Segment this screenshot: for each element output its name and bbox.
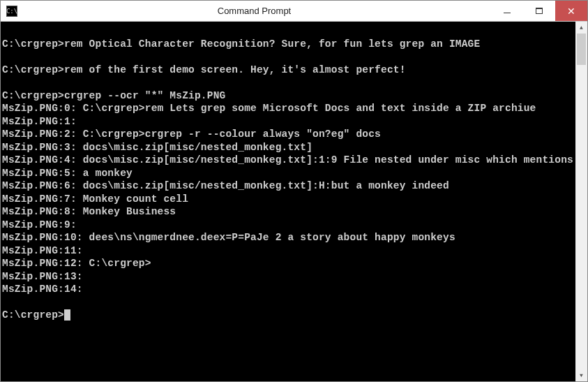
maximize-icon [536, 8, 543, 14]
terminal-line [2, 296, 574, 309]
terminal-line [2, 76, 574, 89]
minimize-button[interactable] [491, 1, 523, 21]
close-button[interactable]: ✕ [555, 1, 587, 21]
window-controls: ✕ [491, 1, 587, 21]
terminal-line: MsZip.PNG:3: docs\misc.zip[misc/nested_m… [2, 141, 574, 154]
terminal-line [2, 50, 574, 64]
scroll-track[interactable] [575, 34, 587, 369]
terminal-line: MsZip.PNG:10: dees\ns\ngmerdnee.deex=P=P… [2, 231, 574, 244]
terminal-line: MsZip.PNG:14: [2, 283, 574, 296]
terminal-line: MsZip.PNG:5: a monkey [2, 167, 574, 180]
terminal-line: C:\crgrep>rem of the first demo screen. … [2, 64, 574, 77]
command-prompt-window: C:\ Command Prompt ✕ C:\crgrep>rem Optic… [0, 0, 588, 382]
titlebar[interactable]: C:\ Command Prompt ✕ [1, 1, 587, 22]
terminal-line: C:\crgrep>crgrep --ocr "*" MsZip.PNG [2, 89, 574, 103]
terminal-output[interactable]: C:\crgrep>rem Optical Character Recognit… [1, 22, 575, 381]
scrollbar[interactable]: ▲ ▼ [575, 22, 587, 381]
terminal-line: C:\crgrep> [2, 309, 574, 322]
terminal-line: MsZip.PNG:13: [2, 270, 574, 284]
terminal-line: MsZip.PNG:9: [2, 219, 574, 232]
cursor [64, 309, 70, 321]
app-icon: C:\ [6, 6, 17, 17]
scroll-up-arrow[interactable]: ▲ [575, 22, 587, 34]
terminal-line: MsZip.PNG:8: Monkey Business [2, 205, 574, 219]
terminal-line [2, 24, 574, 38]
window-title: Command Prompt [17, 6, 491, 16]
scroll-down-arrow[interactable]: ▼ [575, 369, 587, 381]
maximize-button[interactable] [523, 1, 555, 21]
terminal-line: MsZip.PNG:2: C:\crgrep>crgrep -r --colou… [2, 128, 574, 141]
terminal-line: MsZip.PNG:0: C:\crgrep>rem Lets grep som… [2, 102, 574, 115]
terminal-line: C:\crgrep>rem Optical Character Recognit… [2, 38, 574, 51]
terminal-line: MsZip.PNG:1: [2, 115, 574, 128]
terminal-line: MsZip.PNG:12: C:\crgrep> [2, 257, 574, 270]
terminal-area: C:\crgrep>rem Optical Character Recognit… [1, 22, 587, 381]
terminal-line: MsZip.PNG:6: docs\misc.zip[misc/nested_m… [2, 179, 574, 193]
terminal-line: MsZip.PNG:7: Monkey count cell [2, 193, 574, 206]
minimize-icon [504, 13, 511, 13]
terminal-line: MsZip.PNG:11: [2, 244, 574, 258]
terminal-line: MsZip.PNG:4: docs\misc.zip[misc/nested_m… [2, 154, 574, 167]
scroll-thumb[interactable] [577, 34, 586, 65]
close-icon: ✕ [567, 6, 575, 16]
